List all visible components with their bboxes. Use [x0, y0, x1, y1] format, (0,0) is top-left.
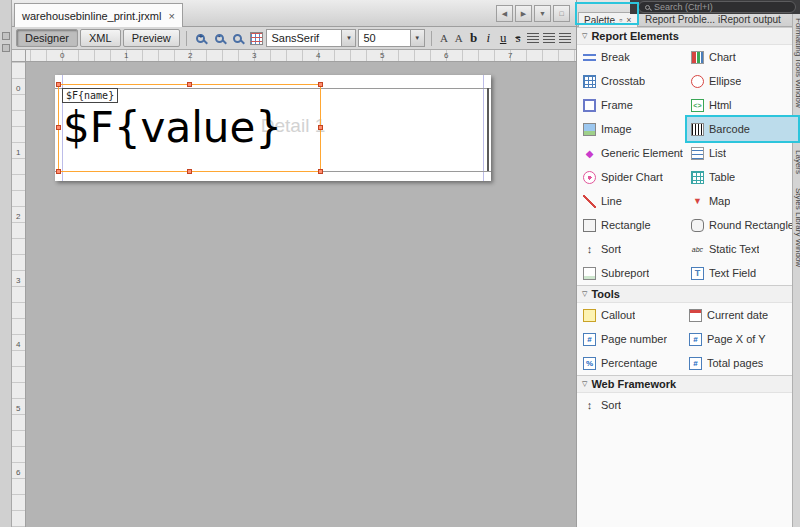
palette-item-rectangle[interactable]: Rectangle [579, 213, 687, 237]
palette-item-label: Break [601, 51, 630, 63]
scroll-tabs-left-button[interactable]: ◀ [496, 5, 513, 22]
ruler-number: 4 [16, 340, 20, 349]
palette-item-image[interactable]: Image [579, 117, 687, 141]
selected-element-group[interactable]: $F{name} $F{value} [58, 84, 321, 172]
zoom-in-button[interactable] [193, 29, 209, 47]
align-left-button[interactable] [527, 33, 539, 44]
chevron-down-icon[interactable]: ▼ [410, 30, 424, 46]
palette-item-spider-chart[interactable]: Spider Chart [579, 165, 687, 189]
resize-handle-w[interactable] [56, 125, 61, 130]
palette-item-barcode[interactable]: Barcode [687, 117, 798, 141]
resize-handle-sw[interactable] [56, 169, 61, 174]
ruler-number: 3 [16, 276, 20, 285]
text-field-icon [691, 267, 704, 280]
palette-item-label: Generic Element [601, 147, 683, 159]
palette-section-tools[interactable]: ▽ Tools [577, 285, 793, 303]
palette-item-label: Percentage [601, 357, 657, 369]
palette-item-list[interactable]: List [687, 141, 798, 165]
palette-item-callout[interactable]: Callout [579, 303, 685, 327]
font-size-combobox[interactable]: 50 ▼ [358, 29, 424, 47]
palette-item-frame[interactable]: Frame [579, 93, 687, 117]
resize-handle-se[interactable] [318, 169, 323, 174]
palette-item-round-rectangle[interactable]: Round Rectangle [687, 213, 798, 237]
palette-item-static-text[interactable]: Static Text [687, 237, 798, 261]
text-field-value[interactable]: $F{value} [63, 107, 282, 149]
editor-tab[interactable]: warehousebinline_print.jrxml × [14, 3, 183, 27]
left-dock-strip [0, 0, 12, 527]
palette-item-label: Table [709, 171, 735, 183]
palette-item-text-field[interactable]: Text Field [687, 261, 798, 285]
palette-item-crosstab[interactable]: Crosstab [579, 69, 687, 93]
palette-item-current-date[interactable]: Current date [685, 303, 791, 327]
palette-item-table[interactable]: Table [687, 165, 798, 189]
toolbar-separator [186, 31, 187, 46]
sidebar-tab-styles-library[interactable]: Styles Library Window [793, 188, 800, 267]
tab-report-problems[interactable]: Report Proble... [640, 12, 720, 27]
palette-grid-tools: Callout Current date Page number Page X … [577, 303, 793, 375]
tab-list-button[interactable]: ▼ [534, 5, 551, 22]
tab-ireport-output[interactable]: iReport output [713, 12, 786, 27]
preview-button[interactable]: Preview [123, 29, 180, 47]
report-inspector-window-icon[interactable] [2, 32, 10, 40]
palette-item-page-number[interactable]: Page number [579, 327, 685, 351]
decrease-font-button[interactable]: A [452, 32, 465, 44]
palette-item-line[interactable]: Line [579, 189, 687, 213]
palette-item-ellipse[interactable]: Ellipse [687, 69, 798, 93]
search-icon [645, 5, 650, 10]
palette-item-total-pages[interactable]: Total pages [685, 351, 791, 375]
align-right-button[interactable] [559, 33, 571, 44]
palette-item-html[interactable]: Html [687, 93, 798, 117]
report-groups-button[interactable] [248, 29, 264, 47]
font-size-value: 50 [363, 32, 375, 44]
strikethrough-button[interactable]: s [512, 30, 525, 46]
underline-button[interactable]: u [497, 30, 510, 46]
close-icon[interactable]: × [626, 15, 631, 25]
zoom-out-button[interactable] [211, 29, 227, 47]
text-field-name[interactable]: $F{name} [62, 88, 118, 103]
report-page[interactable]: Detail 1 $F{name} $F{value} [55, 75, 491, 181]
search-input[interactable]: Search (Ctrl+I) [638, 1, 796, 13]
page-x-of-y-icon [689, 333, 702, 346]
increase-font-button[interactable]: A [438, 32, 451, 44]
palette-item-web-sort[interactable]: Sort [579, 393, 685, 417]
palette-item-label: Page X of Y [707, 333, 766, 345]
resize-handle-n[interactable] [187, 82, 192, 87]
italic-button[interactable]: i [482, 30, 495, 46]
toolbar-separator [431, 31, 432, 46]
bold-button[interactable]: b [467, 30, 480, 46]
align-center-button[interactable] [543, 33, 555, 44]
resize-handle-e[interactable] [318, 125, 323, 130]
zoom-actual-button[interactable] [230, 29, 246, 47]
palette-section-web-framework[interactable]: ▽ Web Framework [577, 375, 793, 393]
palette-item-sort[interactable]: Sort [579, 237, 687, 261]
palette-item-percentage[interactable]: Percentage [579, 351, 685, 375]
palette-item-subreport[interactable]: Subreport [579, 261, 687, 285]
maximize-window-button[interactable]: □ [553, 5, 570, 22]
palette-item-label: Total pages [707, 357, 763, 369]
palette-panel: Palette ▫ × Report Proble... iReport out… [576, 0, 792, 527]
palette-item-generic-element[interactable]: Generic Element [579, 141, 687, 165]
designer-view-button[interactable]: Designer [16, 29, 78, 47]
chevron-down-icon[interactable]: ▼ [341, 30, 355, 46]
palette-item-break[interactable]: Break [579, 45, 687, 69]
sidebar-tab-layers[interactable]: Layers [793, 150, 800, 174]
resize-handle-s[interactable] [187, 169, 192, 174]
resize-handle-nw[interactable] [56, 82, 61, 87]
palette-section-report-elements[interactable]: ▽ Report Elements [577, 27, 793, 45]
xml-view-button[interactable]: XML [80, 29, 121, 47]
report-problems-tab-label: Report Proble... [645, 14, 715, 25]
palette-item-page-x-of-y[interactable]: Page X of Y [685, 327, 791, 351]
close-tab-icon[interactable]: × [168, 10, 174, 22]
resize-handle-ne[interactable] [318, 82, 323, 87]
sidebar-tab-formatting-tools[interactable]: Formatting Tools Window [793, 18, 800, 108]
palette-item-chart[interactable]: Chart [687, 45, 798, 69]
collapse-triangle-icon: ▽ [582, 32, 587, 40]
tab-palette[interactable]: Palette ▫ × [578, 12, 638, 27]
design-canvas[interactable]: Detail 1 $F{name} $F{value} [26, 62, 576, 527]
scroll-tabs-right-button[interactable]: ▶ [515, 5, 532, 22]
dock-window-icon[interactable]: ▫ [619, 15, 622, 25]
font-family-combobox[interactable]: SansSerif ▼ [266, 29, 356, 47]
page-number-icon [583, 333, 596, 346]
files-window-icon[interactable] [2, 44, 10, 52]
palette-item-map[interactable]: Map [687, 189, 798, 213]
